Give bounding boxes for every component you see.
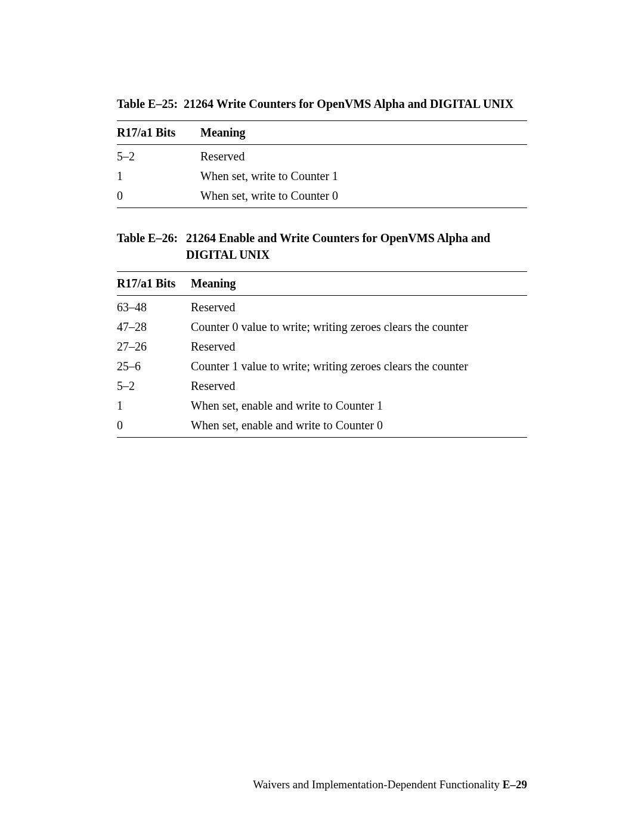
table-e26: R17/a1 Bits Meaning 63–48 Reserved 47–28… (117, 271, 527, 438)
table-title-text: 21264 Write Counters for OpenVMS Alpha a… (184, 97, 513, 110)
page-number: E–29 (503, 778, 527, 791)
table-header-row: R17/a1 Bits Meaning (117, 272, 527, 296)
table-row: 0 When set, write to Counter 0 (117, 186, 527, 208)
cell-bits: 1 (117, 166, 200, 186)
cell-bits: 0 (117, 416, 191, 438)
header-bits: R17/a1 Bits (117, 272, 191, 296)
table-label: Table E–25: (117, 95, 178, 112)
table-row: 5–2 Reserved (117, 376, 527, 396)
table-row: 63–48 Reserved (117, 296, 527, 318)
cell-meaning: Reserved (191, 376, 527, 396)
table-title-text: 21264 Enable and Write Counters for Open… (186, 230, 527, 263)
cell-bits: 27–26 (117, 337, 191, 357)
cell-meaning: Counter 0 value to write; writing zeroes… (191, 317, 527, 337)
cell-bits: 47–28 (117, 317, 191, 337)
table-row: 1 When set, write to Counter 1 (117, 166, 527, 186)
table-row: 27–26 Reserved (117, 337, 527, 357)
table-e25-title: Table E–25: 21264 Write Counters for Ope… (117, 95, 527, 112)
header-meaning: Meaning (200, 121, 527, 145)
table-label: Table E–26: (117, 230, 186, 263)
cell-bits: 5–2 (117, 376, 191, 396)
cell-meaning: Reserved (200, 145, 527, 167)
cell-meaning: When set, write to Counter 0 (200, 186, 527, 208)
cell-bits: 25–6 (117, 357, 191, 376)
header-bits: R17/a1 Bits (117, 121, 200, 145)
cell-meaning: When set, write to Counter 1 (200, 166, 527, 186)
cell-bits: 63–48 (117, 296, 191, 318)
table-row: 25–6 Counter 1 value to write; writing z… (117, 357, 527, 376)
table-header-row: R17/a1 Bits Meaning (117, 121, 527, 145)
table-row: 0 When set, enable and write to Counter … (117, 416, 527, 438)
table-row: 1 When set, enable and write to Counter … (117, 396, 527, 416)
header-meaning: Meaning (191, 272, 527, 296)
table-row: 5–2 Reserved (117, 145, 527, 167)
cell-bits: 5–2 (117, 145, 200, 167)
table-e26-title: Table E–26: 21264 Enable and Write Count… (117, 230, 527, 263)
cell-meaning: Reserved (191, 296, 527, 318)
table-e25: R17/a1 Bits Meaning 5–2 Reserved 1 When … (117, 120, 527, 208)
cell-meaning: Reserved (191, 337, 527, 357)
cell-bits: 0 (117, 186, 200, 208)
cell-meaning: When set, enable and write to Counter 0 (191, 416, 527, 438)
page-footer: Waivers and Implementation-Dependent Fun… (253, 778, 527, 791)
page-content: Table E–25: 21264 Write Counters for Ope… (0, 0, 644, 438)
cell-bits: 1 (117, 396, 191, 416)
footer-text: Waivers and Implementation-Dependent Fun… (253, 778, 502, 791)
cell-meaning: Counter 1 value to write; writing zeroes… (191, 357, 527, 376)
table-row: 47–28 Counter 0 value to write; writing … (117, 317, 527, 337)
cell-meaning: When set, enable and write to Counter 1 (191, 396, 527, 416)
